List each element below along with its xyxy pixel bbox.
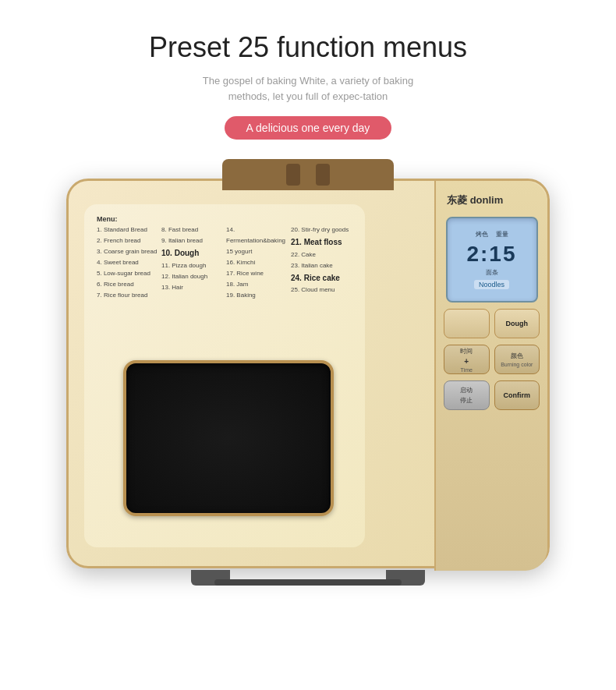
page-title: Preset 25 function menus <box>0 31 616 64</box>
lzdan-button[interactable] <box>444 309 490 338</box>
promo-badge: A delicious one every day <box>225 116 392 140</box>
header-section: Preset 25 function menus The gospel of b… <box>0 0 616 163</box>
brand-text: 东菱 donlim <box>444 193 503 207</box>
menu-col-4: 20. Stir-fry dry goods 21. Meat floss 22… <box>291 225 352 301</box>
lcd-mode-en: Noodles <box>474 280 509 289</box>
menu-item: 1. Standard Bread <box>97 225 158 235</box>
start-stop-button[interactable]: 启动 停止 <box>444 380 490 410</box>
menu-item: 15 yogurt <box>226 246 288 257</box>
lcd-time-display: 2:15 <box>466 242 516 267</box>
handle-peg-left <box>286 164 300 186</box>
handle-top <box>222 159 394 190</box>
burning-color-button[interactable]: 颜色 Burning color <box>494 345 540 374</box>
stand-bar <box>214 579 402 586</box>
menu-item: 5. Low-sugar bread <box>97 268 158 279</box>
menu-item: 17. Rice wine <box>226 268 288 279</box>
page-subtitle: The gospel of baking White, a variety of… <box>183 73 433 104</box>
dough-button[interactable]: Dough <box>494 309 540 338</box>
menu-grid: 1. Standard Bread 2. French bread 3. Coa… <box>97 225 352 301</box>
lcd-mode-cn: 面条 <box>486 268 498 277</box>
menu-item: 13. Hair <box>161 282 223 293</box>
lcd-screen: 烤色 重量 2:15 面条 Noodles <box>446 217 538 303</box>
menu-item-highlight: 10. Dough <box>161 246 223 260</box>
menu-item: 7. Rice flour bread <box>97 290 158 301</box>
burning-en-label: Burning color <box>501 362 533 367</box>
btn-row-bottom: 启动 停止 Confirm <box>444 380 540 410</box>
lcd-top-row: 烤色 重量 <box>476 230 508 239</box>
menu-item: 2. French bread <box>97 235 158 246</box>
menu-item: 14. Fermentation&baking <box>226 225 288 246</box>
start-cn-label: 启动 <box>460 386 473 395</box>
menu-item: 6. Rice bread <box>97 279 158 290</box>
menu-item: 25. Cloud menu <box>291 285 352 295</box>
burning-cn-label: 颜色 <box>511 352 523 360</box>
machine-body: Menu: 1. Standard Bread 2. French bread … <box>66 179 550 568</box>
menu-item: 20. Stir-fry dry goods <box>291 225 352 235</box>
menu-item: 19. Baking <box>226 290 288 301</box>
time-button[interactable]: 时间 + Time <box>444 345 490 374</box>
menu-item-highlight: 21. Meat floss <box>291 235 352 249</box>
dough-label: Dough <box>506 320 529 327</box>
menu-item: 8. Fast bread <box>161 225 223 235</box>
time-en-label: Time <box>461 367 473 373</box>
machine-wrapper: Menu: 1. Standard Bread 2. French bread … <box>43 163 573 600</box>
menu-col-3: 14. Fermentation&baking 15 yogurt 16. Ki… <box>226 225 288 301</box>
menu-col-2: 8. Fast bread 9. Italian bread 10. Dough… <box>161 225 223 301</box>
oven-window <box>123 360 334 516</box>
lcd-top-right: 重量 <box>496 230 508 239</box>
left-panel: Menu: 1. Standard Bread 2. French bread … <box>84 204 365 547</box>
menu-item: 4. Sweet bread <box>97 257 158 268</box>
menu-item: 22. Cake <box>291 249 352 260</box>
lcd-top-left: 烤色 <box>476 230 488 239</box>
menu-item: 3. Coarse grain bread <box>97 246 158 257</box>
menu-item: 23. Italian cake <box>291 260 352 271</box>
menu-label: Menu: <box>97 215 352 223</box>
confirm-button[interactable]: Confirm <box>494 380 540 410</box>
menu-item: 12. Italian dough <box>161 271 223 282</box>
handle-peg-right <box>316 164 330 186</box>
right-panel: 东菱 donlim 烤色 重量 2:15 面条 Noodles Dough <box>434 181 547 571</box>
menu-item: 18. Jam <box>226 279 288 290</box>
machine-stand <box>191 562 425 586</box>
brand-chinese: 东菱 <box>447 194 467 206</box>
stop-cn-label: 停止 <box>460 396 473 405</box>
menu-item: 11. Pizza dough <box>161 260 223 271</box>
btn-row-middle: 时间 + Time 颜色 Burning color <box>444 345 540 374</box>
confirm-label: Confirm <box>504 391 531 399</box>
time-cn-label: 时间 <box>460 347 473 356</box>
btn-row-top: Dough <box>444 309 540 338</box>
menu-item: 9. Italian bread <box>161 235 223 246</box>
brand-english: donlim <box>470 194 504 206</box>
menu-item: 16. Kimchi <box>226 257 288 268</box>
menu-col-1: 1. Standard Bread 2. French bread 3. Coa… <box>97 225 158 301</box>
menu-item-highlight: 24. Rice cake <box>291 271 352 285</box>
